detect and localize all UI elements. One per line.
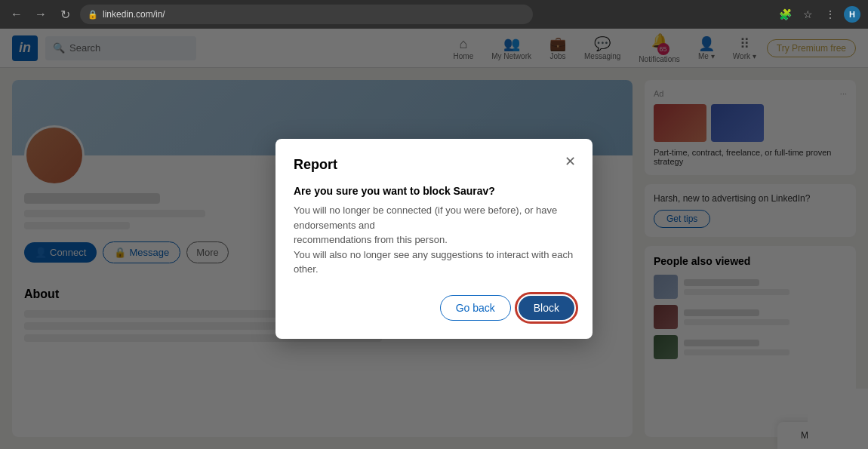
bookmark-icon[interactable]: ☆ bbox=[799, 5, 817, 23]
extensions-icon[interactable]: 🧩 bbox=[776, 5, 794, 23]
page-background: in 🔍 Search ⌂ Home 👥 My Network 💼 Jobs 💬… bbox=[0, 29, 868, 449]
back-button[interactable]: ← bbox=[8, 5, 26, 23]
lock-icon: 🔒 bbox=[88, 10, 98, 20]
block-button[interactable]: Block bbox=[519, 296, 574, 320]
browser-profile[interactable]: H bbox=[844, 6, 860, 23]
modal-actions: Go back Block bbox=[294, 295, 574, 321]
browser-chrome: ← → ↻ 🔒 linkedin.com/in/ 🧩 ☆ ⋮ H bbox=[0, 0, 868, 29]
block-report-modal: Report ✕ Are you sure you want to block … bbox=[275, 139, 593, 339]
url-text: linkedin.com/in/ bbox=[103, 9, 165, 20]
reload-button[interactable]: ↻ bbox=[56, 5, 74, 23]
modal-confirm-text: Are you sure you want to block Saurav? bbox=[294, 185, 574, 197]
go-back-button[interactable]: Go back bbox=[440, 295, 511, 321]
menu-icon[interactable]: ⋮ bbox=[821, 5, 839, 23]
browser-toolbar: 🧩 ☆ ⋮ H bbox=[776, 5, 860, 23]
modal-title: Report bbox=[294, 157, 574, 173]
forward-button[interactable]: → bbox=[32, 5, 50, 23]
address-bar[interactable]: 🔒 linkedin.com/in/ bbox=[80, 5, 533, 24]
modal-body-text: You will no longer be connected (if you … bbox=[294, 203, 574, 277]
modal-close-button[interactable]: ✕ bbox=[559, 151, 580, 172]
modal-overlay: Report ✕ Are you sure you want to block … bbox=[0, 29, 868, 449]
